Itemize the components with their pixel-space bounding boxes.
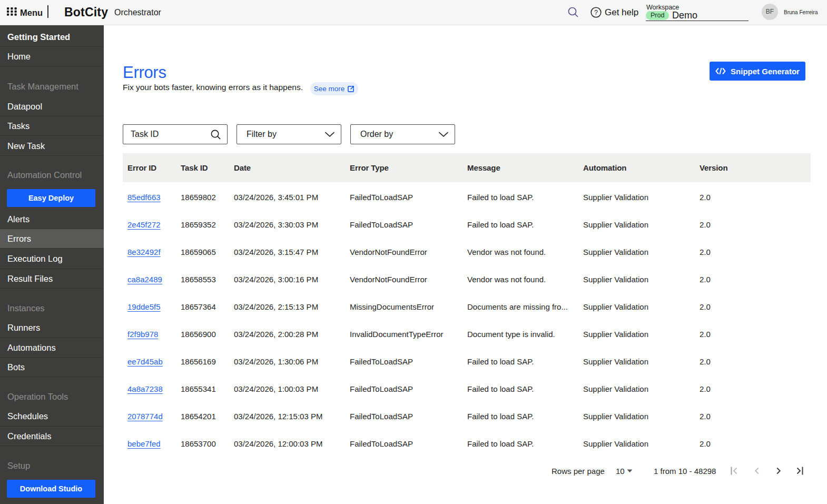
svg-text:?: ? [594,9,598,16]
